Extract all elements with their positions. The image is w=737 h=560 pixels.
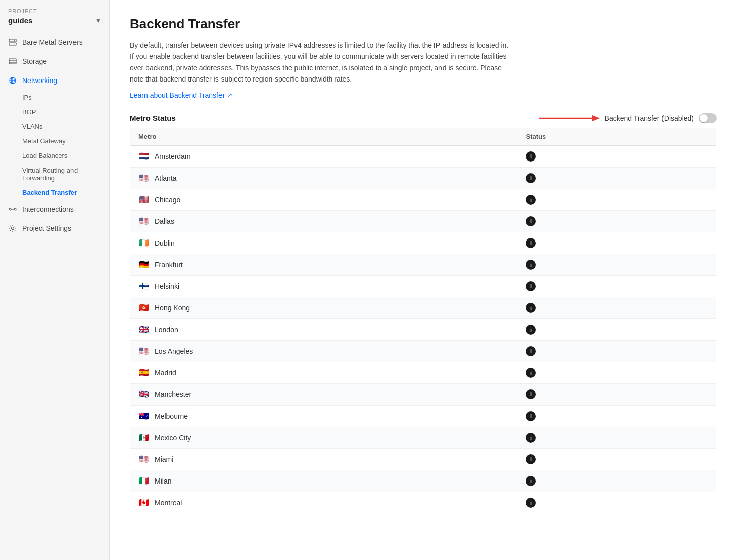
backend-transfer-toggle[interactable]: [699, 113, 717, 123]
info-icon[interactable]: i: [526, 389, 536, 399]
sidebar-sub-ips[interactable]: IPs: [0, 90, 109, 105]
metro-cell-atlanta: 🇺🇸 Atlanta: [130, 167, 518, 189]
info-icon[interactable]: i: [526, 238, 536, 248]
status-cell-montreal: i: [518, 492, 716, 513]
info-icon[interactable]: i: [526, 498, 536, 508]
info-icon[interactable]: i: [526, 454, 536, 464]
sidebar-sub-bgp[interactable]: BGP: [0, 105, 109, 119]
project-name: guides: [8, 16, 32, 25]
sidebar-sub-label-backend-transfer: Backend Transfer: [22, 189, 77, 196]
chevron-down-icon: ▼: [95, 17, 101, 24]
status-cell-chicago: i: [518, 189, 716, 210]
sidebar-item-label-project-settings: Project Settings: [22, 224, 71, 232]
table-row: 🇫🇮 Helsinki i: [130, 275, 717, 297]
flag-icon-amsterdam: 🇳🇱: [138, 151, 150, 162]
sidebar-item-project-settings[interactable]: Project Settings: [0, 219, 109, 238]
sidebar-sub-backend-transfer[interactable]: Backend Transfer: [0, 185, 109, 200]
sidebar-item-label-networking: Networking: [22, 76, 57, 85]
info-icon[interactable]: i: [526, 346, 536, 356]
status-cell-manchester: i: [518, 383, 716, 405]
svg-point-14: [12, 227, 14, 230]
metro-name: Mexico City: [155, 434, 191, 442]
metro-cell-melbourne: 🇦🇺 Melbourne: [130, 405, 518, 427]
status-cell-madrid: i: [518, 362, 716, 383]
learn-link[interactable]: Learn about Backend Transfer ↗: [130, 91, 232, 99]
toggle-track: [699, 113, 717, 123]
table-row: 🇬🇧 London i: [130, 318, 717, 340]
flag-icon-helsinki: 🇫🇮: [138, 281, 150, 292]
info-icon[interactable]: i: [526, 368, 536, 378]
metro-name: Atlanta: [155, 174, 177, 182]
status-cell-los-angeles: i: [518, 340, 716, 362]
flag-icon-madrid: 🇪🇸: [138, 367, 150, 378]
status-cell-dallas: i: [518, 210, 716, 232]
svg-point-11: [9, 208, 11, 210]
info-icon[interactable]: i: [526, 216, 536, 226]
info-icon[interactable]: i: [526, 433, 536, 443]
sidebar-sub-label-load-balancers: Load Balancers: [22, 152, 67, 159]
table-row: 🇦🇺 Melbourne i: [130, 405, 717, 427]
metro-name: Amsterdam: [155, 152, 191, 161]
flag-icon-montreal: 🇨🇦: [138, 497, 150, 508]
table-row: 🇬🇧 Manchester i: [130, 383, 717, 405]
external-link-icon: ↗: [227, 92, 232, 99]
metro-status-label: Metro Status: [130, 114, 176, 122]
info-icon[interactable]: i: [526, 303, 536, 313]
sidebar-sub-metal-gateway[interactable]: Metal Gateway: [0, 134, 109, 148]
svg-point-3: [14, 44, 15, 45]
flag-icon-los-angeles: 🇺🇸: [138, 346, 150, 357]
sidebar-sub-virtual-routing[interactable]: Virtual Routing and Forwarding: [0, 163, 109, 185]
flag-icon-dallas: 🇺🇸: [138, 216, 150, 227]
metro-name: Dublin: [155, 239, 175, 247]
table-row: 🇭🇰 Hong Kong i: [130, 297, 717, 318]
sidebar-sub-vlans[interactable]: VLANs: [0, 119, 109, 134]
table-row: 🇪🇸 Madrid i: [130, 362, 717, 383]
table-row: 🇳🇱 Amsterdam i: [130, 145, 717, 167]
metro-name: Miami: [155, 455, 173, 463]
info-icon[interactable]: i: [526, 173, 536, 183]
metro-status-row: Metro Status Backend Transfer (Disabled): [130, 113, 717, 123]
description-text: By default, transfer between devices usi…: [130, 40, 512, 85]
project-name-dropdown[interactable]: guides ▼: [0, 16, 109, 33]
sidebar-item-bare-metal[interactable]: Bare Metal Servers: [0, 33, 109, 52]
metro-table: Metro Status 🇳🇱 Amsterdam i 🇺🇸 Atlanta: [130, 127, 717, 514]
metro-name: Chicago: [155, 196, 180, 204]
table-row: 🇨🇦 Montreal i: [130, 492, 717, 513]
sidebar: PROJECT guides ▼ Bare Metal Servers Stor…: [0, 0, 110, 560]
status-cell-dublin: i: [518, 232, 716, 254]
flag-icon-miami: 🇺🇸: [138, 454, 150, 465]
sidebar-sub-label-virtual-routing: Virtual Routing and Forwarding: [22, 167, 101, 182]
sidebar-item-storage[interactable]: Storage: [0, 52, 109, 71]
learn-link-text: Learn about Backend Transfer: [130, 91, 225, 99]
info-icon[interactable]: i: [526, 281, 536, 291]
main-content: Backend Transfer By default, transfer be…: [110, 0, 737, 560]
info-icon[interactable]: i: [526, 411, 536, 421]
info-icon[interactable]: i: [526, 260, 536, 270]
metro-cell-montreal: 🇨🇦 Montreal: [130, 492, 518, 513]
info-icon[interactable]: i: [526, 195, 536, 205]
metro-cell-hong-kong: 🇭🇰 Hong Kong: [130, 297, 518, 318]
gear-icon: [8, 224, 17, 233]
flag-icon-milan: 🇮🇹: [138, 475, 150, 487]
status-cell-milan: i: [518, 470, 716, 492]
info-icon[interactable]: i: [526, 476, 536, 486]
server-icon: [8, 38, 17, 47]
sidebar-item-interconnections[interactable]: Interconnections: [0, 200, 109, 219]
svg-rect-1: [9, 43, 16, 45]
sidebar-sub-label-ips: IPs: [22, 94, 32, 101]
network-icon: [8, 76, 17, 85]
status-cell-atlanta: i: [518, 167, 716, 189]
flag-icon-manchester: 🇬🇧: [138, 389, 150, 400]
flag-icon-london: 🇬🇧: [138, 324, 150, 335]
sidebar-item-networking[interactable]: Networking: [0, 71, 109, 90]
info-icon[interactable]: i: [526, 151, 536, 162]
sidebar-sub-label-bgp: BGP: [22, 108, 36, 116]
metro-cell-helsinki: 🇫🇮 Helsinki: [130, 275, 518, 297]
sidebar-item-label-interconnections: Interconnections: [22, 205, 74, 213]
flag-icon-hong-kong: 🇭🇰: [138, 302, 150, 313]
sidebar-sub-load-balancers[interactable]: Load Balancers: [0, 148, 109, 163]
metro-cell-frankfurt: 🇩🇪 Frankfurt: [130, 254, 518, 275]
metro-cell-dublin: 🇮🇪 Dublin: [130, 232, 518, 254]
metro-cell-london: 🇬🇧 London: [130, 318, 518, 340]
info-icon[interactable]: i: [526, 325, 536, 335]
